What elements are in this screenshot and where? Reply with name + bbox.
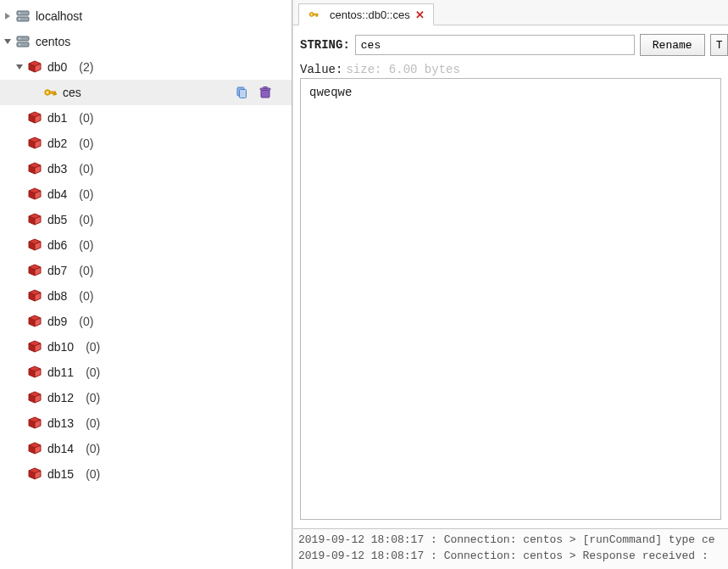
database-db15[interactable]: db15 (0)	[0, 461, 292, 487]
svg-point-3	[19, 13, 20, 14]
database-db0[interactable]: db0 (2)	[0, 54, 292, 80]
chevron-right-icon[interactable]	[2, 10, 14, 22]
database-db2[interactable]: db2 (0)	[0, 131, 292, 156]
main-panel: centos::db0::ces ✕ STRING: Rename T Valu…	[292, 0, 728, 569]
database-db10[interactable]: db10 (0)	[0, 334, 292, 360]
database-count: (0)	[79, 238, 93, 252]
blank-twisty	[14, 366, 25, 378]
database-count: (0)	[86, 365, 100, 379]
database-icon	[27, 136, 42, 151]
blank-twisty	[14, 417, 25, 429]
database-count: (0)	[79, 264, 93, 277]
database-label: db9	[47, 315, 67, 328]
database-label: db6	[47, 238, 67, 252]
database-db1[interactable]: db1 (0)	[0, 105, 292, 131]
svg-point-22	[311, 14, 313, 15]
value-textarea[interactable]: qweqwe	[300, 78, 721, 520]
tab-key[interactable]: centos::db0::ces ✕	[298, 3, 434, 25]
svg-marker-10	[16, 64, 23, 70]
database-icon	[27, 288, 42, 304]
database-icon	[27, 237, 42, 253]
key-label: ces	[63, 86, 81, 99]
database-count: (0)	[79, 111, 93, 125]
trash-icon[interactable]	[258, 85, 273, 100]
database-label: db3	[47, 162, 67, 176]
value-size-hint: size: 6.00 bytes	[346, 63, 459, 76]
database-db11[interactable]: db11 (0)	[0, 360, 292, 385]
rename-button[interactable]: Rename	[640, 34, 705, 56]
tab-bar: centos::db0::ces ✕	[293, 0, 728, 25]
blank-twisty	[29, 86, 41, 98]
blank-twisty	[14, 265, 25, 276]
database-db9[interactable]: db9 (0)	[0, 309, 292, 334]
close-icon[interactable]: ✕	[415, 8, 425, 21]
svg-rect-15	[55, 93, 56, 95]
chevron-down-icon[interactable]	[14, 61, 25, 73]
database-icon	[27, 416, 42, 431]
connection-centos[interactable]: centos	[0, 29, 292, 54]
database-db13[interactable]: db13 (0)	[0, 410, 292, 436]
database-db7[interactable]: db7 (0)	[0, 258, 292, 283]
blank-twisty	[14, 188, 25, 200]
blank-twisty	[14, 290, 25, 302]
key-name-input[interactable]	[355, 35, 635, 55]
connection-label: localhost	[36, 9, 82, 23]
svg-rect-18	[261, 90, 270, 98]
database-count: (0)	[79, 213, 93, 226]
database-count: (0)	[86, 416, 100, 430]
blank-twisty	[14, 214, 25, 226]
chevron-down-icon[interactable]	[2, 36, 14, 47]
database-db8[interactable]: db8 (0)	[0, 283, 292, 309]
log-line: 2019-09-12 18:08:17 : Connection: centos…	[298, 533, 723, 549]
tab-title: centos::db0::ces	[330, 8, 410, 21]
database-db6[interactable]: db6 (0)	[0, 232, 292, 258]
database-count: (0)	[86, 340, 100, 354]
blank-twisty	[14, 112, 25, 124]
database-count: (0)	[79, 315, 93, 328]
database-count: (0)	[79, 162, 93, 176]
database-db3[interactable]: db3 (0)	[0, 156, 292, 181]
database-icon	[27, 441, 42, 456]
blank-twisty	[14, 239, 25, 251]
database-count: (0)	[86, 442, 100, 455]
database-icon	[27, 212, 42, 227]
svg-marker-0	[5, 13, 10, 20]
ttl-button[interactable]: T	[710, 34, 728, 56]
database-icon	[27, 161, 42, 176]
database-label: db1	[47, 111, 67, 125]
copy-icon[interactable]	[234, 85, 249, 100]
key-icon	[42, 85, 58, 100]
blank-twisty	[14, 163, 25, 175]
database-label: db14	[47, 442, 74, 455]
key-ces[interactable]: ces	[0, 80, 292, 105]
type-label: STRING:	[300, 38, 350, 52]
database-label: db2	[47, 137, 67, 150]
database-count: (2)	[79, 60, 93, 74]
database-db12[interactable]: db12 (0)	[0, 385, 292, 410]
connection-localhost[interactable]: localhost	[0, 3, 292, 29]
database-label: db4	[47, 187, 67, 201]
server-icon	[15, 34, 31, 49]
svg-rect-14	[53, 93, 55, 95]
server-icon	[15, 8, 31, 24]
svg-marker-5	[4, 39, 11, 44]
database-count: (0)	[79, 187, 93, 201]
database-icon	[27, 59, 42, 75]
database-label: db8	[47, 289, 67, 303]
database-count: (0)	[86, 391, 100, 404]
svg-rect-17	[240, 90, 247, 98]
log-line: 2019-09-12 18:08:17 : Connection: centos…	[298, 549, 723, 565]
database-icon	[27, 365, 42, 380]
sidebar: localhost centos db0 (2)	[0, 0, 292, 569]
blank-twisty	[14, 315, 25, 327]
database-label: db15	[47, 467, 74, 481]
svg-point-12	[47, 92, 48, 93]
connection-label: centos	[36, 35, 70, 48]
database-label: db13	[47, 416, 74, 430]
database-db5[interactable]: db5 (0)	[0, 207, 292, 232]
database-icon	[27, 110, 42, 126]
key-icon	[308, 8, 320, 20]
database-icon	[27, 187, 42, 202]
database-db14[interactable]: db14 (0)	[0, 436, 292, 461]
database-db4[interactable]: db4 (0)	[0, 181, 292, 207]
